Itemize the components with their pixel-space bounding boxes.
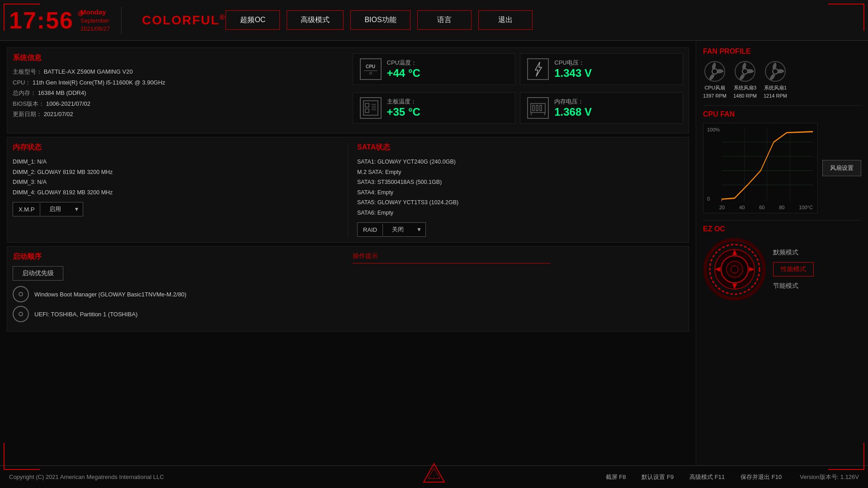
fan-chart-svg [722, 128, 813, 202]
corner-decoration-br [837, 443, 864, 470]
svg-line-12 [531, 113, 532, 115]
chart-y-max: 100% [707, 127, 720, 132]
footer-keys: 截屏 F8 默认设置 F9 高级模式 F11 保存并退出 F10 [606, 473, 782, 481]
bios-label: BIOS版本： [13, 100, 44, 107]
memory-sata-section: 内存状态 DIMM_1: N/A DIMM_2: GLOWAY 8192 MB … [7, 137, 689, 243]
oc-modes: 默频模式 性能模式 节能模式 [773, 249, 814, 290]
memory-title: 内存状态 [13, 143, 339, 152]
cpu-volt-card: CPU电压： 1.343 V [520, 53, 683, 85]
sys-info-title: 系统信息 [13, 53, 344, 63]
boot-priority-button[interactable]: 启动优先级 [13, 266, 63, 281]
mem-volt-card: 内存电压： 1.368 V [520, 92, 683, 124]
bios-row: BIOS版本： 1006-2021/07/02 [13, 99, 344, 108]
cpu-temp-info: CPU温度： +44 °C [387, 59, 420, 80]
board-label: 主板型号： [13, 68, 42, 75]
fan-wheel-2 [734, 60, 756, 83]
date-label: 2021/09/27 [80, 25, 110, 33]
mb-temp-info: 主板温度： +35 °C [387, 98, 420, 118]
x-label-100: 100°C [799, 205, 813, 210]
board-row: 主板型号： BATTLE-AX Z590M GAMING V20 [13, 67, 344, 76]
svg-rect-2 [365, 103, 369, 107]
mem-volt-info: 内存电压： 1.368 V [554, 98, 592, 118]
x-label-80: 80 [779, 205, 784, 210]
ops-line [353, 263, 551, 263]
cpu-volt-icon [527, 58, 549, 80]
cpu-volt-label: CPU电压： [554, 59, 592, 67]
cpu-icon-label: CPU [364, 64, 377, 70]
lightning-icon [532, 61, 544, 77]
sata3-row: SATA3: ST3500418AS (500.1GB) [357, 177, 683, 188]
svg-rect-10 [536, 105, 538, 111]
svg-rect-3 [365, 109, 369, 113]
oc-mode-eco-button[interactable]: 节能模式 [773, 282, 814, 290]
oc-mode-performance-button[interactable]: 性能模式 [773, 262, 814, 277]
right-divider-2 [703, 220, 861, 221]
mem-volt-value: 1.368 V [554, 106, 592, 118]
disc-inner-2 [19, 312, 23, 316]
nav-bios-button[interactable]: BIOS功能 [350, 10, 410, 30]
xmp-select[interactable]: X.M.P 启用 ▼ [13, 202, 83, 216]
dimm2-row: DIMM_2: GLOWAY 8192 MB 3200 MHz [13, 167, 339, 178]
footer-key-f10: 保存并退出 F10 [741, 473, 782, 481]
x-label-60: 60 [759, 205, 764, 210]
boot-title: 启动顺序 [13, 252, 344, 262]
oc-mode-default-button[interactable]: 默频模式 [773, 249, 814, 257]
fan-1-name: CPU风扇 [704, 84, 725, 91]
corner-decoration-tl [4, 4, 31, 31]
x-label-20: 20 [719, 205, 725, 210]
footer-logo [423, 463, 445, 484]
nav-language-button[interactable]: 语言 [417, 10, 472, 30]
brand-registered: ® [220, 13, 226, 21]
chart-y-min: 0 [707, 196, 710, 202]
sata-title: SATA状态 [357, 143, 683, 152]
boot-item-1-text: Windows Boot Manager (GLOWAY Basic1TNVMe… [34, 291, 186, 298]
time-block: 17:56 ⚙ Monday September 2021/09/27 COLO… [9, 7, 226, 34]
x-label-40: 40 [739, 205, 745, 210]
ram-icon [530, 100, 546, 116]
dimm3-row: DIMM_3: N/A [13, 177, 339, 188]
board-value: BATTLE-AX Z590M GAMING V20 [44, 68, 133, 75]
nav-oc-button[interactable]: 超频OC [226, 10, 280, 30]
system-info-section: 系统信息 主板型号： BATTLE-AX Z590M GAMING V20 CP… [7, 47, 689, 133]
boot-item-2: UEFI: TOSHIBA, Partition 1 (TOSHIBA) [13, 306, 344, 322]
fan-settings-button[interactable]: 风扇设置 [822, 160, 861, 176]
ram-row: 总内存： 16384 MB (DDR4) [13, 89, 344, 98]
cpu-fan-title: CPU FAN [703, 110, 861, 118]
memory-block: 内存状态 DIMM_1: N/A DIMM_2: GLOWAY 8192 MB … [13, 143, 339, 237]
brand-name: COLORFUL [142, 13, 220, 27]
brand-logo: COLORFUL® [133, 13, 226, 28]
sata6-row: SATA6: Empty [357, 208, 683, 218]
chart-x-labels: 20 40 60 80 100°C [719, 205, 813, 210]
bios-value: 1006-2021/07/02 [46, 100, 90, 107]
mb-row: 主板温度： +35 °C [353, 92, 684, 124]
raid-label: RAID [358, 224, 383, 236]
nav-advanced-button[interactable]: 高级模式 [287, 10, 344, 30]
fan-1-rpm: 1397 RPM [703, 93, 726, 99]
sata-block: SATA状态 SATA1: GLOWAY YCT240G (240.0GB) M… [357, 143, 683, 237]
fan-chart-area: 100% 0 [703, 123, 818, 213]
corner-decoration-bl [4, 443, 31, 470]
xmp-arrow-icon: ▼ [70, 206, 83, 212]
ez-oc-title: EZ OC [703, 225, 861, 233]
svg-line-13 [544, 113, 545, 115]
nav-exit-button[interactable]: 退出 [478, 10, 533, 30]
xmp-row: X.M.P 启用 ▼ [13, 202, 339, 216]
mb-icon [363, 100, 379, 116]
footer-key-f9: 默认设置 F9 [642, 473, 674, 481]
fan-3-rpm: 1214 RPM [764, 93, 787, 99]
corner-decoration-tr [837, 4, 864, 31]
temp-row: CPU CPU温度： +44 °C [353, 53, 684, 85]
mb-temp-icon [360, 97, 382, 119]
raid-select[interactable]: RAID 关闭 ▼ [357, 222, 426, 237]
cpu-fan-section: CPU FAN 100% 0 [703, 110, 861, 213]
month-label: September [80, 17, 110, 25]
svg-point-17 [742, 69, 748, 74]
footer-triangle-icon [423, 463, 445, 483]
fan-2-rpm: 1480 RPM [733, 93, 757, 99]
footer-key-f8: 截屏 F8 [606, 473, 626, 481]
chart-outer: 100% 0 [703, 123, 861, 213]
fan-settings-wrapper: 风扇设置 [822, 123, 861, 213]
ez-oc-content: 默频模式 性能模式 节能模式 [703, 238, 861, 301]
header: 17:56 ⚙ Monday September 2021/09/27 COLO… [0, 0, 868, 41]
cpu-value: 11th Gen Intel(R) Core(TM) i5-11600K @ 3… [33, 79, 165, 86]
